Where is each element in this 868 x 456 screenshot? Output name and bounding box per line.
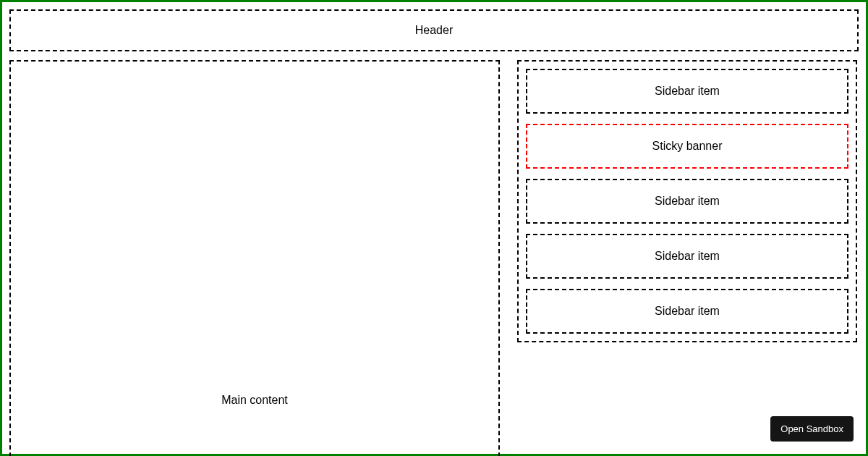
- sticky-banner: Sticky banner: [526, 124, 848, 169]
- sidebar-item: Sidebar item: [526, 234, 848, 279]
- layout-frame: Header Main content Sidebar item Sticky …: [0, 0, 868, 456]
- header-label: Header: [415, 24, 453, 37]
- sidebar-item: Sidebar item: [526, 289, 848, 334]
- sidebar-item-label: Sidebar item: [655, 305, 720, 318]
- sidebar-item-label: Sidebar item: [655, 195, 720, 208]
- sidebar-region: Sidebar item Sticky banner Sidebar item …: [517, 60, 857, 342]
- main-content-region: Main content: [9, 60, 500, 456]
- sidebar-item-label: Sidebar item: [655, 250, 720, 263]
- sidebar-item: Sidebar item: [526, 69, 848, 114]
- sticky-banner-label: Sticky banner: [652, 140, 723, 153]
- main-content-label: Main content: [221, 394, 288, 407]
- sidebar-item-label: Sidebar item: [655, 85, 720, 98]
- sidebar-item: Sidebar item: [526, 179, 848, 224]
- body-row: Main content Sidebar item Sticky banner …: [9, 60, 859, 447]
- open-sandbox-button[interactable]: Open Sandbox: [770, 416, 854, 442]
- header-region: Header: [9, 9, 859, 51]
- open-sandbox-label: Open Sandbox: [780, 423, 843, 434]
